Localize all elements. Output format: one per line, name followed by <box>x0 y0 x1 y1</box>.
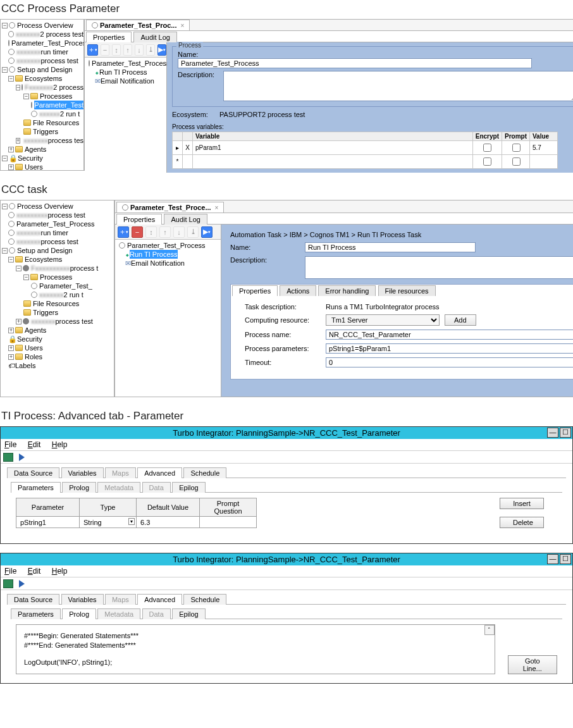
subtab-error-handling[interactable]: Error handling <box>318 285 376 296</box>
process-variables-table[interactable]: VariableEncryptPromptValue ▸XpParam15.7 … <box>172 132 558 169</box>
ti-window-prolog: Turbo Integrator: PlanningSample->NR_CCC… <box>0 553 573 684</box>
maximize-button[interactable]: ☐ <box>560 428 571 438</box>
minus-button[interactable]: − <box>132 226 143 238</box>
subtab-epilog[interactable]: Epilog <box>172 608 206 619</box>
editor-tab[interactable]: Parameter_Test_Proce...× <box>116 202 224 213</box>
insert-button[interactable]: Insert <box>500 498 544 509</box>
add-button[interactable]: ＋▾ <box>87 44 98 56</box>
subtab-actions[interactable]: Actions <box>280 285 316 296</box>
minimize-button[interactable]: — <box>547 554 558 564</box>
maximize-button[interactable]: ☐ <box>560 554 571 564</box>
tab-advanced[interactable]: Advanced <box>137 594 182 605</box>
tab-variables[interactable]: Variables <box>61 594 104 605</box>
tab-audit-log[interactable]: Audit Log <box>133 32 176 42</box>
scroll-up-icon[interactable]: ˄ <box>484 625 495 635</box>
editor-tabs: Parameter_Test_Proc...× <box>85 20 573 31</box>
tab-advanced[interactable]: Advanced <box>137 467 182 478</box>
nav-tree-1[interactable]: −Process Overview xxxxxxx2 process test … <box>1 20 84 170</box>
window-title: Turbo Integrator: PlanningSample->NR_CCC… <box>1 553 572 565</box>
arrow-up-button[interactable]: ↑ <box>123 44 132 56</box>
section1-title: CCC Process Parameter <box>0 0 573 19</box>
subtab-prolog[interactable]: Prolog <box>62 608 96 619</box>
arrow-down-button[interactable]: ↓ <box>135 44 144 56</box>
table-row[interactable]: pString1 String▾ 6.3 <box>16 517 484 527</box>
section3-title: TI Process: Advanced tab - Parameter <box>0 407 573 426</box>
save-icon[interactable] <box>3 453 13 462</box>
tab-maps: Maps <box>105 467 136 478</box>
ti-window-parameters: Turbo Integrator: PlanningSample->NR_CCC… <box>0 426 573 544</box>
code-editor[interactable]: ˄ #****Begin: Generated Statements*** #*… <box>16 624 495 674</box>
menu-help[interactable]: Help <box>52 567 68 576</box>
subtab-epilog[interactable]: Epilog <box>172 482 206 493</box>
run-icon[interactable] <box>19 580 25 588</box>
breadcrumb: Automation Task > IBM > Cognos TM1 > Run… <box>230 231 573 238</box>
subtab-file-resources[interactable]: File resources <box>378 285 436 296</box>
menu-file[interactable]: File <box>4 567 16 576</box>
tab-data-source[interactable]: Data Source <box>7 467 59 478</box>
subtab-parameters[interactable]: Parameters <box>11 482 61 493</box>
tab-properties[interactable]: Properties <box>86 32 132 42</box>
menu-bar[interactable]: File Edit Help <box>1 439 572 451</box>
minimize-button[interactable]: — <box>547 428 558 438</box>
tab-audit-log[interactable]: Audit Log <box>164 214 207 225</box>
ecosystem-value: PASUPPORT2 process test <box>219 111 305 118</box>
play-button[interactable]: ▶▾ <box>157 44 166 56</box>
subtab-data: Data <box>142 608 171 619</box>
subtab-metadata: Metadata <box>97 482 140 493</box>
computing-resource-select[interactable]: Tm1 Server <box>326 314 440 326</box>
subtab-prolog[interactable]: Prolog <box>62 482 96 493</box>
play-button[interactable]: ▶▾ <box>201 226 213 238</box>
process-subtree[interactable]: ＋▾ − ↕ ↑ ↓ ⤓ ▶▾ Parameter_Test_Process ⬥… <box>115 225 221 397</box>
menu-bar[interactable]: File Edit Help <box>1 565 572 577</box>
group-legend: Process <box>176 42 203 49</box>
task-description-input[interactable] <box>305 256 573 279</box>
close-icon[interactable]: × <box>215 204 219 211</box>
goto-line-button[interactable]: Goto Line... <box>508 655 557 674</box>
save-icon[interactable] <box>3 579 13 588</box>
window-title: Turbo Integrator: PlanningSample->NR_CCC… <box>1 427 572 439</box>
subtab-parameters[interactable]: Parameters <box>11 608 61 619</box>
name-input[interactable] <box>178 58 532 68</box>
chevron-down-icon[interactable]: ▾ <box>128 518 135 525</box>
folder-icon <box>15 75 23 82</box>
process-parameters-input[interactable] <box>326 343 573 354</box>
process-name-input[interactable] <box>326 330 573 340</box>
prompt-checkbox[interactable] <box>512 144 521 152</box>
tab-maps: Maps <box>105 594 136 605</box>
encrypt-checkbox[interactable] <box>483 144 491 152</box>
tab-variables[interactable]: Variables <box>61 467 104 478</box>
subtab-metadata: Metadata <box>97 608 140 619</box>
menu-edit[interactable]: Edit <box>28 567 41 576</box>
minus-button[interactable]: − <box>101 44 109 56</box>
section2-title: CCC task <box>0 181 573 200</box>
arrow-end-button[interactable]: ⤓ <box>146 44 155 56</box>
table-row[interactable]: ▸XpParam15.7 <box>173 141 558 155</box>
task-name-input[interactable] <box>305 242 476 252</box>
run-icon[interactable] <box>19 453 25 461</box>
menu-help[interactable]: Help <box>52 440 68 449</box>
tree-root[interactable]: Process Overview <box>17 21 73 30</box>
tree-selected[interactable]: Run TI Process <box>130 250 178 259</box>
close-icon[interactable]: × <box>180 22 184 29</box>
description-input[interactable] <box>223 71 573 101</box>
tree-selected[interactable]: Parameter_Test <box>34 101 83 109</box>
add-resource-button[interactable]: Add <box>445 314 476 326</box>
timeout-input[interactable] <box>326 357 573 367</box>
editor-tab[interactable]: Parameter_Test_Proc...× <box>86 20 190 30</box>
nav-tree-2[interactable]: −Process Overview xxxxxxxxx process test… <box>1 201 114 397</box>
add-button[interactable]: ＋▾ <box>118 226 129 238</box>
menu-file[interactable]: File <box>4 440 16 449</box>
delete-button[interactable]: Delete <box>500 517 544 528</box>
menu-edit[interactable]: Edit <box>28 440 41 449</box>
tab-schedule[interactable]: Schedule <box>183 467 226 478</box>
subtab-data: Data <box>142 482 171 493</box>
tab-schedule[interactable]: Schedule <box>183 594 226 605</box>
table-row[interactable]: * <box>173 155 558 169</box>
subtab-properties[interactable]: Properties <box>232 285 278 296</box>
tab-properties[interactable]: Properties <box>116 214 162 225</box>
parameters-table[interactable]: ParameterTypeDefault ValuePrompt Questio… <box>16 498 484 528</box>
process-subtree[interactable]: ＋▾ − ↕ ↑ ↓ ⤓ ▶▾ Parameter_Test_Process ⬥… <box>85 42 167 173</box>
task-description-value: Runs a TM1 TurboIntegrator process <box>326 303 440 311</box>
arrow-button[interactable]: ↕ <box>112 44 121 56</box>
tab-data-source[interactable]: Data Source <box>7 594 59 605</box>
